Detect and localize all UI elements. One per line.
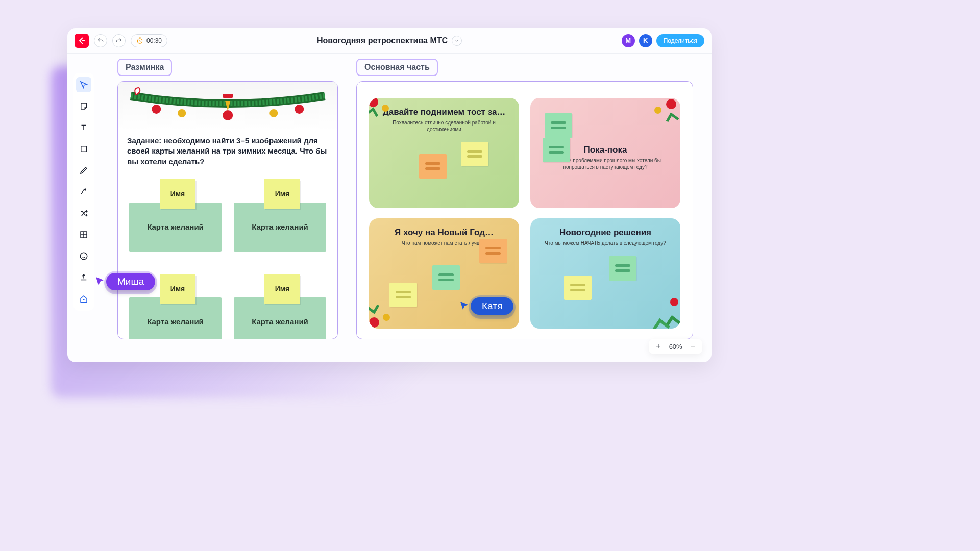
canvas[interactable]: Разминка Зада	[103, 59, 702, 353]
undo-button[interactable]	[94, 34, 107, 47]
frame-main-body: Давайте поднимем тост за… Похвалитесь от…	[356, 81, 693, 339]
quad-resolutions-sub: Что мы можем НАЧАТЬ делать в следующем г…	[541, 240, 670, 246]
timer-pill[interactable]: 00:30	[131, 34, 167, 47]
tool-grid[interactable]	[76, 227, 91, 242]
name-sticky-1[interactable]: Имя	[160, 179, 195, 209]
cursor-misha: Миша	[94, 273, 155, 290]
app-body: Разминка Зада	[67, 54, 712, 362]
sticky-note[interactable]	[543, 138, 570, 162]
name-sticky-4[interactable]: Имя	[264, 274, 300, 304]
cursor-katya: Катя	[458, 297, 513, 315]
tool-text[interactable]	[76, 120, 91, 135]
zoom-control: + 60% −	[649, 339, 702, 354]
timer-icon	[136, 37, 143, 44]
svg-point-10	[369, 98, 378, 107]
cursor-katya-label: Катя	[471, 297, 513, 315]
page-title: Новогодняя ретроспектива МТС	[317, 36, 448, 45]
sticky-note[interactable]	[479, 239, 507, 263]
svg-point-13	[654, 107, 662, 114]
svg-point-4	[152, 105, 161, 114]
warmup-task-text: Задание: необходимо найти 3–5 изображени…	[118, 131, 337, 170]
quad-wish-title: Я хочу на Новый Год…	[379, 228, 509, 238]
frame-warmup-body: Задание: необходимо найти 3–5 изображени…	[117, 81, 338, 339]
svg-point-6	[223, 110, 233, 120]
svg-point-12	[666, 99, 676, 109]
quad-resolutions[interactable]: Новогодние решения Что мы можем НАЧАТЬ д…	[530, 218, 680, 329]
wish-card-2[interactable]: Карта желаний	[234, 203, 326, 252]
frame-warmup[interactable]: Разминка Зада	[117, 59, 338, 339]
tool-pen[interactable]	[76, 163, 91, 178]
wish-card-4[interactable]: Карта желаний	[234, 297, 326, 339]
zoom-level: 60%	[669, 343, 682, 350]
name-sticky-2[interactable]: Имя	[264, 179, 300, 209]
name-sticky-3[interactable]: Имя	[160, 274, 195, 304]
garland-decoration	[118, 82, 337, 131]
frame-main-label[interactable]: Основная часть	[356, 59, 438, 76]
sticky-note[interactable]	[609, 256, 636, 281]
tool-emoji[interactable]	[76, 248, 91, 264]
sticky-note[interactable]	[419, 154, 447, 179]
tool-add-home[interactable]	[76, 291, 91, 307]
tool-select[interactable]	[76, 77, 91, 92]
cursor-misha-label: Миша	[106, 273, 155, 290]
sticky-note[interactable]	[389, 283, 417, 307]
cursor-pointer-icon	[458, 300, 471, 312]
wish-cell-2[interactable]: Карта желаний Имя	[234, 179, 326, 261]
redo-button[interactable]	[112, 34, 126, 47]
zoom-in-button[interactable]: +	[656, 342, 660, 351]
svg-point-5	[178, 109, 186, 117]
sticky-note[interactable]	[564, 276, 592, 300]
svg-point-16	[670, 298, 678, 306]
svg-point-8	[295, 105, 304, 114]
title-dropdown-icon[interactable]	[452, 36, 462, 46]
tool-shuffle[interactable]	[76, 206, 91, 221]
wish-grid: Карта желаний Имя Карта желаний Имя Карт…	[118, 170, 337, 339]
cursor-pointer-icon	[94, 276, 106, 288]
app-logo[interactable]	[75, 34, 89, 48]
tool-sticky-note[interactable]	[76, 98, 91, 114]
quad-resolutions-title: Новогодние решения	[541, 228, 670, 238]
tool-upload[interactable]	[76, 270, 91, 285]
wish-cell-4[interactable]: Карта желаний Имя	[234, 274, 326, 339]
quad-byebye[interactable]: Пока-пока С какими проблемами прошлого м…	[530, 98, 680, 208]
sticky-note[interactable]	[461, 142, 488, 166]
svg-rect-1	[81, 146, 87, 152]
quad-toast[interactable]: Давайте поднимем тост за… Похвалитесь от…	[369, 98, 519, 208]
wish-card-3[interactable]: Карта желаний	[129, 297, 222, 339]
svg-point-3	[80, 253, 87, 260]
page-title-group: Новогодняя ретроспектива МТС	[317, 36, 462, 46]
avatar-k[interactable]: K	[639, 34, 652, 47]
quad-toast-sub: Похвалитесь отлично сделанной работой и …	[379, 119, 509, 133]
svg-point-15	[383, 314, 390, 321]
zoom-out-button[interactable]: −	[691, 342, 695, 351]
share-button[interactable]: Поделиться	[656, 34, 704, 47]
wish-card-1[interactable]: Карта желаний	[129, 203, 222, 252]
tool-connector[interactable]	[76, 184, 91, 199]
timer-value: 00:30	[146, 37, 162, 44]
quad-toast-title: Давайте поднимем тост за…	[379, 107, 509, 117]
sticky-note[interactable]	[545, 113, 572, 138]
svg-point-7	[270, 109, 278, 117]
frame-main[interactable]: Основная часть Давайте поднимем тост за……	[356, 59, 693, 339]
top-bar: 00:30 Новогодняя ретроспектива МТС M K П…	[67, 28, 712, 54]
wish-cell-1[interactable]: Карта желаний Имя	[129, 179, 222, 261]
svg-rect-9	[223, 94, 233, 98]
sticky-note[interactable]	[432, 265, 460, 290]
frame-warmup-label[interactable]: Разминка	[117, 59, 172, 76]
tool-rectangle[interactable]	[76, 141, 91, 157]
avatar-m[interactable]: M	[622, 34, 635, 47]
tool-sidebar	[74, 73, 94, 311]
svg-point-14	[369, 317, 379, 328]
app-window: 00:30 Новогодняя ретроспектива МТС M K П…	[67, 28, 712, 362]
